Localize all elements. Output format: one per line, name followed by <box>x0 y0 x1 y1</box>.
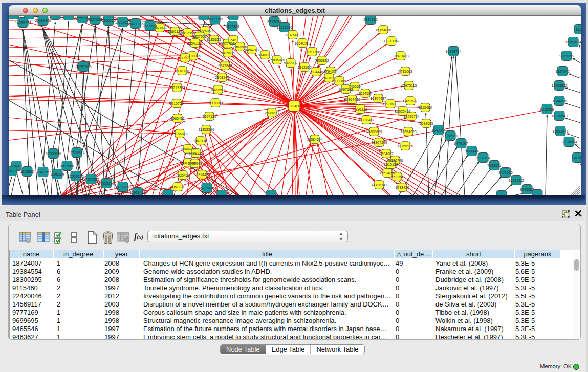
svg-text:8813054: 8813054 <box>267 20 281 24</box>
svg-text:18226058: 18226058 <box>197 29 212 33</box>
svg-text:7663822: 7663822 <box>153 26 166 30</box>
svg-text:16033809: 16033809 <box>207 17 223 21</box>
svg-text:19654923: 19654923 <box>400 130 416 134</box>
svg-text:5322037: 5322037 <box>284 61 297 65</box>
svg-text:12495754: 12495754 <box>403 115 419 118</box>
svg-text:15692971: 15692971 <box>552 129 568 133</box>
svg-text:19166822: 19166822 <box>171 132 187 136</box>
svg-text:19756928: 19756928 <box>397 144 413 148</box>
svg-text:12042757: 12042757 <box>35 170 51 174</box>
svg-text:8454749: 8454749 <box>245 48 258 52</box>
svg-text:16543382: 16543382 <box>187 41 203 45</box>
svg-text:62160: 62160 <box>385 102 396 106</box>
svg-text:1640954: 1640954 <box>431 128 445 132</box>
svg-text:11325419: 11325419 <box>285 33 301 37</box>
svg-text:19384554: 19384554 <box>307 138 322 141</box>
svg-text:8427552: 8427552 <box>211 88 225 92</box>
svg-text:7955812: 7955812 <box>315 59 329 62</box>
svg-text:8215958: 8215958 <box>540 107 554 111</box>
svg-text:18640910: 18640910 <box>294 41 310 45</box>
svg-text:116753: 116753 <box>572 156 581 160</box>
svg-text:8660124: 8660124 <box>168 30 182 33</box>
svg-text:98901: 98901 <box>180 56 190 60</box>
svg-text:39139: 39139 <box>9 169 17 173</box>
svg-text:9474444: 9474444 <box>465 149 478 153</box>
svg-text:1910755: 1910755 <box>169 102 183 105</box>
svg-text:16671355: 16671355 <box>127 22 143 26</box>
svg-text:9327503: 9327503 <box>192 35 206 38</box>
svg-text:12505135: 12505135 <box>68 174 83 178</box>
svg-text:9857791: 9857791 <box>170 185 184 189</box>
svg-text:17016504: 17016504 <box>561 140 577 144</box>
svg-text:19524851: 19524851 <box>379 171 395 175</box>
svg-text:10046765: 10046765 <box>180 147 195 151</box>
svg-text:15716485: 15716485 <box>199 186 214 190</box>
svg-text:16210643: 16210643 <box>551 114 567 118</box>
svg-text:16961758: 16961758 <box>304 50 320 54</box>
svg-text:15885820: 15885820 <box>269 58 285 62</box>
svg-text:15720407: 15720407 <box>358 118 374 122</box>
svg-text:9115460: 9115460 <box>419 106 432 110</box>
svg-text:3624554: 3624554 <box>358 92 372 95</box>
svg-text:10914479: 10914479 <box>194 173 210 177</box>
svg-text:1115682: 1115682 <box>20 170 34 173</box>
svg-text:10958137: 10958137 <box>98 182 114 185</box>
svg-text:9699695: 9699695 <box>419 122 433 125</box>
svg-text:2803144: 2803144 <box>215 76 229 79</box>
svg-text:3875685: 3875685 <box>221 51 234 55</box>
svg-text:1498222: 1498222 <box>189 151 203 155</box>
svg-text:9904448: 9904448 <box>309 70 323 74</box>
svg-text:2530203: 2530203 <box>265 111 278 115</box>
svg-text:16154808: 16154808 <box>375 28 391 32</box>
svg-text:8912954: 8912954 <box>181 31 194 35</box>
svg-text:7632621: 7632621 <box>487 164 501 167</box>
svg-text:12213967: 12213967 <box>383 39 399 43</box>
svg-text:10688609: 10688609 <box>366 130 382 134</box>
svg-text:14136141: 14136141 <box>371 183 387 187</box>
svg-text:10025453: 10025453 <box>395 110 410 113</box>
svg-text:9245652: 9245652 <box>520 188 534 191</box>
svg-text:617004: 617004 <box>209 101 221 105</box>
svg-text:9463627: 9463627 <box>403 99 417 103</box>
svg-text:20691406: 20691406 <box>35 19 51 23</box>
svg-text:8471676: 8471676 <box>498 171 512 174</box>
svg-text:15751074: 15751074 <box>565 40 581 44</box>
svg-text:16648784: 16648784 <box>445 50 461 53</box>
svg-text:252254: 252254 <box>391 175 403 179</box>
svg-text:2718120: 2718120 <box>175 69 189 73</box>
svg-text:19218506: 19218506 <box>276 26 292 29</box>
svg-text:14055724: 14055724 <box>15 21 31 25</box>
svg-text:12213382: 12213382 <box>169 86 185 90</box>
svg-text:9794024: 9794024 <box>323 70 337 73</box>
svg-text:9242848: 9242848 <box>218 64 232 68</box>
svg-text:1145194: 1145194 <box>51 172 64 176</box>
svg-text:2933114: 2933114 <box>476 156 490 160</box>
svg-text:7485063: 7485063 <box>398 70 412 73</box>
svg-text:12093832: 12093832 <box>551 84 567 87</box>
svg-text:18807249: 18807249 <box>371 141 387 144</box>
svg-text:1527602: 1527602 <box>88 18 102 21</box>
svg-text:746266: 746266 <box>349 85 360 89</box>
svg-text:9329966: 9329966 <box>559 54 573 58</box>
svg-text:6479197: 6479197 <box>454 142 468 145</box>
svg-text:9146821: 9146821 <box>258 53 272 57</box>
svg-text:857834: 857834 <box>194 139 206 143</box>
svg-text:20364436: 20364436 <box>344 98 360 101</box>
svg-text:9777169: 9777169 <box>332 79 346 83</box>
svg-text:7357224: 7357224 <box>225 25 239 28</box>
svg-text:1117: 1117 <box>576 28 581 31</box>
svg-text:12975115: 12975115 <box>401 84 417 87</box>
svg-text:885901: 885901 <box>10 164 22 168</box>
svg-text:9097586: 9097586 <box>60 164 74 168</box>
svg-text:9227342: 9227342 <box>555 70 569 73</box>
svg-text:546: 546 <box>230 38 236 42</box>
svg-text:16782759: 16782759 <box>115 185 130 189</box>
svg-text:17359924: 17359924 <box>69 151 84 155</box>
svg-text:8186323: 8186323 <box>207 38 221 41</box>
svg-text:8938923: 8938923 <box>443 134 457 138</box>
svg-text:20206576: 20206576 <box>45 152 61 156</box>
svg-text:6966160: 6966160 <box>101 19 115 23</box>
svg-text:7986322: 7986322 <box>353 107 367 111</box>
svg-text:3267130: 3267130 <box>202 115 216 118</box>
svg-text:1362615: 1362615 <box>297 65 311 69</box>
